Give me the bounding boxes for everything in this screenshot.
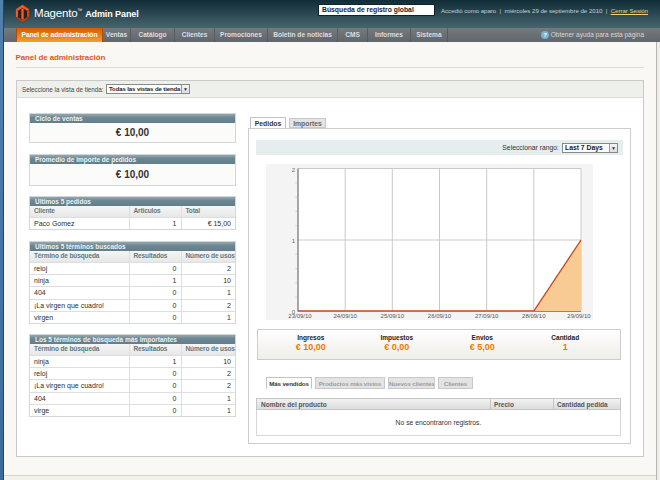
svg-text:25/09/10: 25/09/10 — [381, 313, 405, 319]
svg-text:?: ? — [543, 32, 547, 38]
svg-text:26/09/10: 26/09/10 — [428, 313, 452, 319]
svg-text:28/09/10: 28/09/10 — [522, 313, 546, 319]
svg-text:23/09/10: 23/09/10 — [288, 313, 312, 319]
svg-text:24/09/10: 24/09/10 — [334, 313, 358, 319]
svg-text:27/09/10: 27/09/10 — [475, 313, 499, 319]
svg-text:29/09/10: 29/09/10 — [567, 313, 591, 319]
